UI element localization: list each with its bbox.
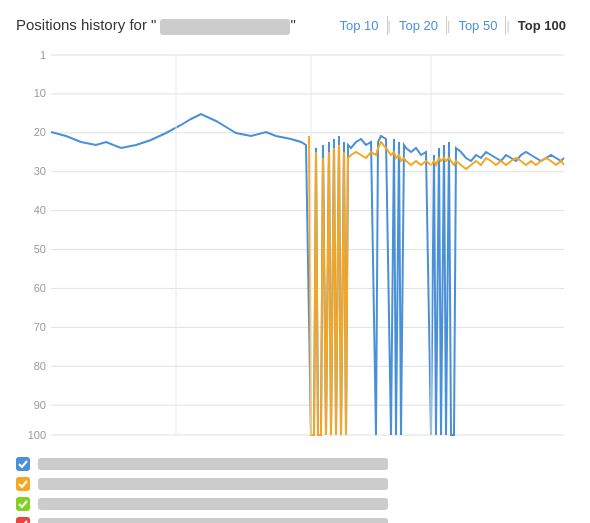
- legend-checkbox-1[interactable]: [16, 457, 30, 471]
- legend-label-4: [38, 518, 388, 523]
- filter-links: Top 10 | Top 20 | Top 50 | Top 100: [332, 16, 574, 35]
- svg-text:40: 40: [34, 204, 46, 216]
- legend-label-3: [38, 498, 388, 510]
- page-header: Positions history for "" Top 10 | Top 20…: [16, 16, 574, 35]
- legend-checkbox-4[interactable]: [16, 517, 30, 523]
- filter-top100[interactable]: Top 100: [510, 16, 574, 35]
- svg-text:70: 70: [34, 321, 46, 333]
- svg-text:90: 90: [34, 399, 46, 411]
- legend-label-2: [38, 478, 388, 490]
- positions-chart: 1 10 20 30 40 50 60 70 80 90 100 Jul Jan…: [16, 45, 574, 445]
- filter-top20[interactable]: Top 20: [391, 16, 447, 35]
- page-title: Positions history for "": [16, 16, 296, 34]
- svg-text:20: 20: [34, 126, 46, 138]
- svg-text:60: 60: [34, 282, 46, 294]
- legend-checkbox-2[interactable]: [16, 477, 30, 491]
- keyword-text: [160, 19, 290, 35]
- chart-legend: [16, 457, 574, 523]
- svg-text:80: 80: [34, 360, 46, 372]
- svg-text:10: 10: [34, 87, 46, 99]
- svg-text:100: 100: [28, 429, 46, 441]
- legend-checkbox-3[interactable]: [16, 497, 30, 511]
- chart-container: 1 10 20 30 40 50 60 70 80 90 100 Jul Jan…: [16, 45, 574, 445]
- svg-text:30: 30: [34, 165, 46, 177]
- filter-top10[interactable]: Top 10: [332, 16, 388, 35]
- legend-item-3: [16, 497, 574, 511]
- svg-text:1: 1: [40, 49, 46, 61]
- legend-item-2: [16, 477, 574, 491]
- legend-item-1: [16, 457, 574, 471]
- legend-label-1: [38, 458, 388, 470]
- legend-item-4: [16, 517, 574, 523]
- filter-top50[interactable]: Top 50: [450, 16, 506, 35]
- svg-text:50: 50: [34, 243, 46, 255]
